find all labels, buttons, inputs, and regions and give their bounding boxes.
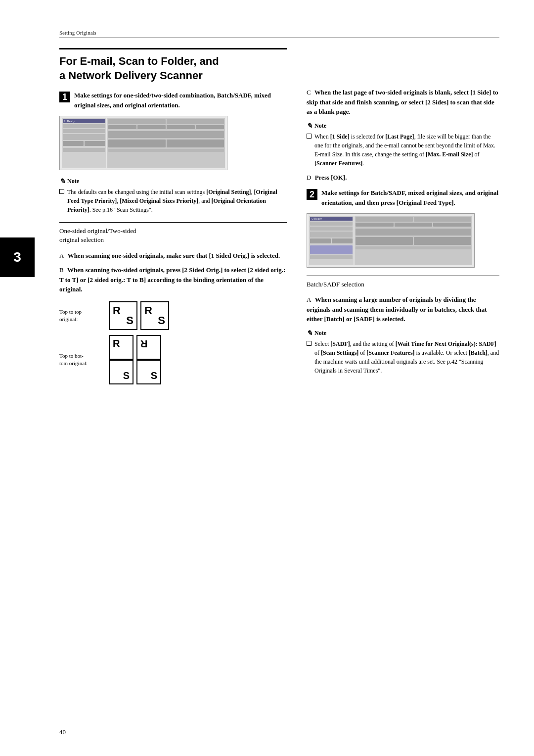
r-box-top: R: [109, 335, 134, 360]
note-3-item: Select [SADF], and the setting of [Wait …: [307, 339, 499, 375]
step2-content: Make settings for Batch/SADF, mixed orig…: [321, 189, 498, 206]
diagrams: Top to toporiginal: R S R S: [59, 301, 287, 384]
step-1-text: Make settings for one-sided/two-sided co…: [74, 91, 287, 110]
title-line2: a Network Delivery Scanner: [59, 69, 203, 82]
note-title-text: Note: [67, 178, 79, 185]
note-2-title: ✎ Note: [307, 122, 499, 130]
sub-item-a: A When scanning one-sided originals, mak…: [59, 251, 287, 261]
divider-1: [59, 222, 287, 223]
step1-content: Make settings for one-sided/two-sided co…: [74, 92, 271, 109]
header: Setting Originals: [59, 30, 499, 38]
r-letter-2: R: [144, 304, 152, 317]
checkbox-2: [307, 134, 312, 139]
note-icon: ✎: [59, 177, 65, 186]
note-3-body: Select [SADF], and the setting of [Wait …: [314, 339, 499, 375]
r-top: R: [113, 338, 120, 349]
section-title: For E-mail, Scan to Folder, and a Networ…: [59, 48, 287, 83]
top-pair: R R: [109, 335, 161, 360]
content-columns: For E-mail, Scan to Folder, and a Networ…: [59, 48, 499, 391]
rs-box-1: R S: [109, 301, 137, 330]
s-bottom-left: S: [123, 370, 130, 381]
page-number: 40: [59, 728, 66, 736]
step-2-text: Make settings for Batch/SADF, mixed orig…: [321, 188, 499, 207]
diagram-label-2: Top to bot-tom original:: [59, 352, 104, 367]
note-1-title: ✎ Note: [59, 177, 287, 186]
note-2-item: When [1 Side] is selected for [Last Page…: [307, 132, 499, 168]
sub-label-d: D: [307, 174, 311, 181]
note-2-body: When [1 Side] is selected for [Last Page…: [314, 132, 499, 168]
sub-a-text: When scanning one-sided originals, make …: [68, 252, 280, 259]
sub-label-b: B: [59, 266, 64, 274]
scanner-mockup-1: U Ready: [59, 116, 227, 170]
sub-c-text: When the last page of two-sided original…: [307, 89, 498, 115]
diagram-label-1: Top to toporiginal:: [59, 308, 104, 323]
batch-selection-label: Batch/SADF selection: [307, 280, 499, 289]
chapter-number: 3: [13, 249, 21, 265]
s-box-bottom-right: S: [136, 360, 161, 384]
note-2-icon: ✎: [307, 122, 312, 130]
r-letter-1: R: [113, 304, 121, 317]
note-1-body: The defaults can be changed using the in…: [67, 188, 287, 214]
diagram-top-to-top: Top to toporiginal: R S R S: [59, 301, 287, 330]
page: 3 Setting Originals For E-mail, Scan to …: [0, 0, 534, 756]
note-3-icon: ✎: [307, 329, 312, 337]
sub-item-b: B When scanning two-sided originals, pre…: [59, 265, 287, 294]
sub-d-text: Press [OK].: [315, 174, 347, 181]
sub-item-a2: A When scanning a large number of origin…: [307, 295, 499, 324]
divider-2: [307, 276, 499, 276]
stacked-boxes: R R S S: [109, 335, 161, 384]
scanner-left-2: U Ready: [309, 216, 354, 265]
diagram-boxes-1: R S R S: [109, 301, 169, 330]
sub-label-a2: A: [307, 296, 311, 303]
bottom-pair: S S: [109, 360, 161, 384]
page-num-text: 40: [59, 728, 66, 736]
title-line1: For E-mail, Scan to Folder, and: [59, 55, 219, 67]
right-column: C When the last page of two-sided origin…: [307, 48, 499, 391]
s-bottom-right: S: [151, 370, 157, 381]
note-1: ✎ Note The defaults can be changed using…: [59, 177, 287, 214]
note-3-title-text: Note: [314, 330, 326, 337]
diagram-boxes-2: R R S S: [109, 335, 161, 384]
step-1-number: 1: [59, 92, 70, 102]
sub-item-d: D Press [OK].: [307, 173, 499, 183]
note-3: ✎ Note Select [SADF], and the setting of…: [307, 329, 499, 375]
header-text: Setting Originals: [59, 30, 96, 36]
step-1: 1 Make settings for one-sided/two-sided …: [59, 91, 287, 110]
step-2-number: 2: [307, 189, 317, 200]
sub-b-text: When scanning two-sided originals, press…: [59, 266, 285, 293]
batch-label-text: Batch/SADF selection: [307, 281, 364, 288]
note-2: ✎ Note When [1 Side] is selected for [La…: [307, 122, 499, 168]
selection-label: One-sided original/Two-sidedoriginal sel…: [59, 227, 287, 244]
s-letter-2: S: [158, 314, 165, 327]
r-inverted: R: [140, 338, 147, 349]
checkbox-3: [307, 341, 312, 346]
step-2: 2 Make settings for Batch/SADF, mixed or…: [307, 188, 499, 207]
scanner-left: U Ready: [62, 118, 106, 168]
sub-item-c: C When the last page of two-sided origin…: [307, 88, 499, 117]
sub-a2-text: When scanning a large number of original…: [307, 296, 487, 323]
sub-label-c: C: [307, 89, 311, 96]
scanner-right-2: [355, 216, 472, 265]
scanner-mockup-2: U Ready: [307, 213, 475, 268]
diagram-top-to-bottom: Top to bot-tom original: R R: [59, 335, 287, 384]
note-2-title-text: Note: [314, 122, 326, 130]
rs-box-2: R S: [140, 301, 169, 330]
checkbox: [59, 189, 64, 194]
sub-label-a: A: [59, 252, 64, 259]
left-column: For E-mail, Scan to Folder, and a Networ…: [59, 48, 287, 391]
note-1-item: The defaults can be changed using the in…: [59, 188, 287, 214]
s-box-bottom-left: S: [109, 360, 134, 384]
s-letter-1: S: [126, 314, 134, 327]
note-3-title: ✎ Note: [307, 329, 499, 337]
s-box-inverted: R: [136, 335, 161, 360]
chapter-tab: 3: [0, 237, 35, 277]
scanner-right: [107, 118, 225, 168]
